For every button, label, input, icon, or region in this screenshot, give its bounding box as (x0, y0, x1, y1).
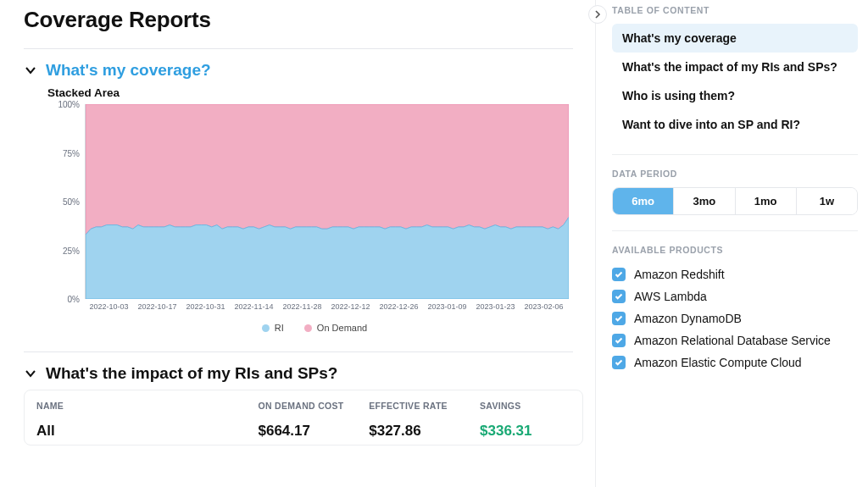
impact-table: NAME ON DEMAND COST EFFECTIVE RATE SAVIN… (24, 390, 583, 445)
legend-item-ri: RI (262, 323, 284, 333)
products-heading: AVAILABLE PRODUCTS (612, 245, 858, 255)
product-item[interactable]: Amazon DynamoDB (612, 307, 858, 329)
checkbox-checked-icon[interactable] (612, 290, 626, 303)
product-label: Amazon DynamoDB (634, 312, 742, 325)
x-tick: 2022-10-17 (133, 302, 181, 311)
product-item[interactable]: Amazon Relational Database Service (612, 329, 858, 351)
checkbox-checked-icon[interactable] (612, 334, 626, 347)
period-button-3mo[interactable]: 3mo (673, 188, 734, 214)
divider (612, 230, 858, 231)
col-name: NAME (36, 401, 259, 411)
section-impact-title: What's the impact of my RIs and SPs? (46, 364, 337, 383)
col-savings: SAVINGS (480, 401, 570, 411)
checkbox-checked-icon[interactable] (612, 356, 626, 369)
product-label: AWS Lambda (634, 290, 707, 303)
y-tick: 25% (63, 246, 80, 255)
x-tick: 2023-01-23 (471, 302, 520, 311)
divider (612, 154, 858, 155)
x-tick: 2022-10-03 (85, 302, 133, 311)
col-effective: EFFECTIVE RATE (369, 401, 480, 411)
x-tick: 2022-11-14 (230, 302, 278, 311)
product-label: Amazon Elastic Compute Cloud (634, 356, 802, 369)
period-button-1mo[interactable]: 1mo (735, 188, 796, 214)
x-tick: 2022-10-31 (181, 302, 230, 311)
col-ondemand: ON DEMAND COST (259, 401, 370, 411)
x-tick: 2023-02-06 (520, 302, 568, 311)
x-axis: 2022-10-032022-10-172022-10-312022-11-14… (85, 302, 568, 311)
toc-item[interactable]: Who is using them? (612, 81, 858, 110)
period-group: 6mo3mo1mo1w (612, 187, 858, 215)
period-button-6mo[interactable]: 6mo (613, 188, 673, 214)
x-tick: 2022-12-26 (375, 302, 423, 311)
section-impact-header[interactable]: What's the impact of my RIs and SPs? (24, 364, 573, 383)
divider (24, 351, 573, 352)
table-row[interactable]: All $664.17 $327.86 $336.31 (36, 411, 570, 440)
checkbox-checked-icon[interactable] (612, 268, 626, 281)
toc-item[interactable]: What's my coverage (612, 24, 858, 53)
page-title: Coverage Reports (24, 7, 573, 33)
legend-swatch-ondemand (304, 324, 312, 332)
x-tick: 2022-12-12 (326, 302, 375, 311)
x-tick: 2022-11-28 (278, 302, 326, 311)
table-header-row: NAME ON DEMAND COST EFFECTIVE RATE SAVIN… (36, 401, 570, 411)
side-panel: TABLE OF CONTENT What's my coverageWhat'… (612, 0, 858, 374)
period-heading: DATA PERIOD (612, 169, 858, 179)
divider (24, 48, 573, 49)
product-label: Amazon Redshift (634, 268, 725, 281)
y-tick: 75% (63, 148, 80, 158)
y-tick: 0% (68, 295, 80, 304)
collapse-panel-button[interactable] (588, 5, 607, 24)
period-button-1w[interactable]: 1w (796, 188, 857, 214)
toc-list: What's my coverageWhat's the impact of m… (612, 24, 858, 139)
legend-item-ondemand: On Demand (304, 323, 367, 333)
product-item[interactable]: Amazon Redshift (612, 263, 858, 285)
x-tick: 2023-01-09 (423, 302, 471, 311)
cell-savings: $336.31 (480, 423, 570, 440)
toc-item[interactable]: What's the impact of my RIs and SPs? (612, 53, 858, 81)
cell-effective: $327.86 (369, 423, 480, 440)
coverage-chart: 100% 75% 50% 25% 0% 2022-10-032022-10-17… (47, 104, 581, 333)
chart-title: Stacked Area (47, 86, 573, 99)
toc-heading: TABLE OF CONTENT (612, 5, 858, 15)
y-axis: 100% 75% 50% 25% 0% (47, 104, 85, 299)
main-content: Coverage Reports What's my coverage? Sta… (0, 0, 593, 445)
chevron-down-icon (24, 64, 37, 77)
products-list: Amazon RedshiftAWS LambdaAmazon DynamoDB… (612, 263, 858, 374)
legend-label-ri: RI (275, 323, 284, 333)
checkbox-checked-icon[interactable] (612, 312, 626, 325)
cell-ondemand: $664.17 (259, 423, 370, 440)
product-item[interactable]: Amazon Elastic Compute Cloud (612, 351, 858, 374)
chevron-right-icon (593, 10, 602, 19)
section-coverage-header[interactable]: What's my coverage? (24, 61, 573, 80)
panel-divider (595, 0, 596, 487)
legend-label-ondemand: On Demand (317, 323, 367, 333)
y-tick: 50% (63, 197, 80, 207)
product-label: Amazon Relational Database Service (634, 334, 831, 347)
y-tick: 100% (58, 100, 80, 109)
section-coverage-title: What's my coverage? (46, 61, 211, 80)
toc-item[interactable]: Want to dive into an SP and RI? (612, 110, 858, 139)
chevron-down-icon (24, 367, 37, 380)
chart-legend: RI On Demand (47, 323, 581, 333)
legend-swatch-ri (262, 324, 270, 332)
cell-name: All (36, 423, 259, 440)
product-item[interactable]: AWS Lambda (612, 285, 858, 307)
plot-area (85, 104, 568, 299)
